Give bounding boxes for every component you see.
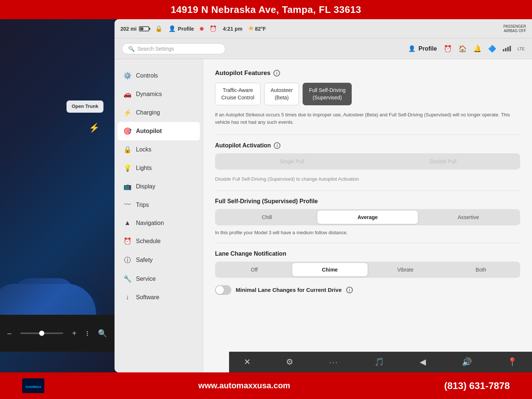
- sidebar-item-controls[interactable]: ⚙️ Controls: [115, 66, 203, 85]
- sidebar-item-display[interactable]: 📺 Display: [115, 177, 203, 196]
- lock-status-icon: 🔒: [155, 25, 163, 32]
- sun-icon: ☀: [248, 25, 253, 32]
- lights-icon: 💡: [123, 164, 132, 172]
- taskbar-map-icon[interactable]: 📍: [507, 357, 517, 367]
- sidebar-item-safety[interactable]: ⓘ Safety: [115, 250, 203, 270]
- sidebar-item-dynamics[interactable]: 🚗 Dynamics: [115, 85, 203, 103]
- left-ctrl-minus[interactable]: –: [7, 329, 11, 338]
- features-info-icon[interactable]: i: [273, 70, 280, 76]
- lane-vibrate-button[interactable]: Vibrate: [368, 263, 443, 276]
- tacc-button[interactable]: Traffic-AwareCruise Control: [215, 83, 260, 105]
- profile-status[interactable]: 👤 Profile: [168, 25, 194, 32]
- battery-tip: [149, 28, 150, 30]
- svg-text:AutoMaxx: AutoMaxx: [25, 385, 41, 389]
- sidebar-label-autopilot: Autopilot: [136, 128, 162, 134]
- sidebar-item-autopilot[interactable]: 🎯 Autopilot: [117, 122, 200, 140]
- fsd-profile-title: Full Self-Driving (Supervised) Profile: [215, 198, 520, 205]
- nav-home-icon[interactable]: 🏠: [458, 45, 467, 53]
- temperature-text: 82°F: [255, 26, 266, 32]
- weather-display: ☀ 82°F: [248, 25, 266, 32]
- taskbar-volume-icon[interactable]: 🔊: [462, 357, 472, 367]
- charging-indicator: ⚡: [89, 123, 100, 133]
- battery-fill: [140, 27, 144, 30]
- chill-profile-button[interactable]: Chill: [216, 211, 317, 224]
- mileage-text: 202 mi: [120, 26, 137, 32]
- nav-alarm-icon[interactable]: ⏰: [444, 45, 452, 53]
- taskbar-music-icon[interactable]: 🎵: [374, 357, 384, 367]
- sidebar: ⚙️ Controls 🚗 Dynamics ⚡ Charging 🎯 Auto…: [115, 59, 203, 372]
- follow-distance-text: In this profile your Model 3 will have a…: [215, 230, 520, 235]
- sidebar-item-service[interactable]: 🔧 Service: [115, 270, 203, 288]
- sidebar-item-software[interactable]: ↓ Software: [115, 288, 203, 306]
- activation-toggle-group: Single Pull Double Pull: [215, 153, 520, 170]
- lte-label: LTE: [518, 47, 525, 51]
- sidebar-label-dynamics: Dynamics: [136, 91, 162, 98]
- signal-bar-3: [507, 47, 509, 51]
- lane-off-button[interactable]: Off: [216, 263, 292, 276]
- search-box[interactable]: 🔍 Search Settings: [122, 43, 225, 54]
- status-bar: 202 mi 🔒 👤 Profile ⏰ 4:21 pm ☀ 82°F PASS…: [115, 19, 532, 38]
- open-trunk-button[interactable]: Open Trunk: [66, 100, 103, 113]
- nav-profile[interactable]: 👤 Profile: [408, 45, 437, 52]
- minimal-lane-toggle[interactable]: [215, 285, 231, 295]
- sidebar-item-schedule[interactable]: ⏰ Schedule: [115, 232, 203, 250]
- status-profile-label: Profile: [178, 26, 194, 32]
- left-ctrl-plus[interactable]: +: [72, 329, 76, 338]
- lane-change-title-text: Lane Change Notification: [215, 250, 286, 257]
- volume-knob: [39, 331, 44, 336]
- nav-bluetooth-icon[interactable]: 🔷: [488, 45, 496, 53]
- mileage-display: 202 mi: [120, 26, 149, 32]
- sidebar-item-trips[interactable]: 〰 Trips: [115, 196, 203, 214]
- fsd-button[interactable]: Full Self-Driving(Supervised): [303, 83, 352, 105]
- signal-bar-4: [509, 46, 511, 51]
- dynamics-icon: 🚗: [123, 90, 132, 98]
- passenger-airbag-status: PASSENGERAIRBAG OFF: [504, 24, 526, 33]
- nav-bar: 🔍 Search Settings 👤 Profile ⏰ 🏠 🔔 🔷: [115, 38, 532, 59]
- divider-2: [215, 190, 520, 191]
- divider-1: [215, 134, 520, 135]
- fsd-profile-group: Chill Average Assertive: [215, 209, 520, 225]
- taskbar-back-icon[interactable]: ◀: [420, 357, 426, 367]
- minimal-lane-row: Minimal Lane Changes for Current Drive i: [215, 285, 520, 295]
- nav-profile-label: Profile: [419, 45, 437, 52]
- service-icon: 🔧: [123, 275, 132, 283]
- sidebar-item-charging[interactable]: ⚡ Charging: [115, 103, 203, 122]
- left-ctrl-equalizer[interactable]: ⫶: [85, 329, 89, 338]
- left-controls-panel: – + ⫶ 🔍: [0, 315, 115, 352]
- main-content: ⚙️ Controls 🚗 Dynamics ⚡ Charging 🎯 Auto…: [115, 59, 532, 372]
- autopilot-settings-panel: Autopilot Features i Traffic-AwareCruise…: [203, 59, 532, 372]
- sidebar-item-locks[interactable]: 🔒 Locks: [115, 140, 203, 159]
- autopilot-icon: 🎯: [123, 127, 132, 135]
- sidebar-item-lights[interactable]: 💡 Lights: [115, 159, 203, 177]
- left-ctrl-search[interactable]: 🔍: [98, 329, 107, 338]
- minimal-lane-label: Minimal Lane Changes for Current Drive: [236, 287, 342, 293]
- volume-slider[interactable]: [20, 332, 63, 334]
- automaxx-logo: AutoMaxx: [22, 378, 44, 393]
- sidebar-label-safety: Safety: [136, 257, 153, 263]
- activation-info-icon[interactable]: i: [274, 142, 280, 149]
- signal-bar-1: [503, 49, 504, 51]
- minimal-lane-info-icon[interactable]: i: [346, 287, 353, 293]
- feature-buttons-group: Traffic-AwareCruise Control Autosteer(Be…: [215, 83, 520, 105]
- taskbar-dots[interactable]: ···: [329, 358, 339, 366]
- sidebar-item-navigation[interactable]: ▲ Navigation: [115, 214, 203, 232]
- bottom-banner: AutoMaxx www.automaxxusa.com (813) 631-7…: [0, 372, 532, 399]
- bottom-taskbar: ✕ ⚙ ··· 🎵 ◀ 🔊 📍: [229, 352, 532, 372]
- lane-change-title: Lane Change Notification: [215, 250, 520, 257]
- battery-icon: [139, 26, 149, 31]
- bottom-banner-url: www.automaxxusa.com: [198, 381, 290, 391]
- taskbar-settings-icon[interactable]: ⚙: [286, 357, 293, 367]
- lane-both-button[interactable]: Both: [443, 263, 519, 276]
- recording-dot: [200, 27, 204, 31]
- taskbar-close-icon[interactable]: ✕: [244, 357, 250, 367]
- autosteer-button[interactable]: Autosteer(Beta): [264, 83, 299, 105]
- average-profile-button[interactable]: Average: [317, 211, 418, 224]
- nav-bell-icon[interactable]: 🔔: [473, 45, 481, 53]
- software-icon: ↓: [123, 293, 132, 301]
- lane-chime-button[interactable]: Chime: [292, 263, 368, 276]
- charging-icon: ⚡: [123, 109, 132, 117]
- navigation-icon: ▲: [123, 219, 132, 227]
- assertive-profile-button[interactable]: Assertive: [418, 211, 519, 224]
- strikeout-description: If an Autopilot Strikeout occurs 5 times…: [215, 111, 520, 126]
- toggle-knob: [216, 286, 224, 294]
